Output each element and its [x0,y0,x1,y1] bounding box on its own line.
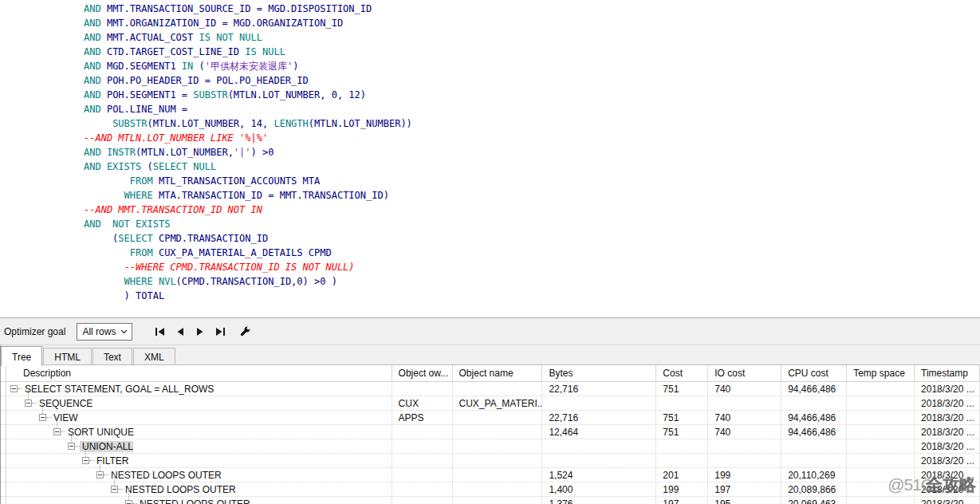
code-line: AND MMT.ORGANIZATION_ID = MGD.ORGANIZATI… [84,16,980,30]
cell-cpu-cost: 20,089,866 [781,482,847,496]
cell-cost [656,439,708,453]
cell-cpu-cost [781,439,847,453]
optimizer-goal-select[interactable]: All rows [77,323,132,341]
code-token [84,175,130,187]
cell-object-name [453,468,543,482]
code-token: AND [84,89,107,100]
cell-bytes [542,454,656,467]
cell-io-cost [708,439,781,453]
table-row[interactable]: NESTED LOOPS OUTER1,52420119920,110,2692… [1,468,980,482]
next-record-icon [195,327,205,337]
column-header-object-name[interactable]: Object name [453,365,543,381]
cell-timestamp: 2018/3/20 ... [915,411,980,424]
tab-tree[interactable]: Tree [1,346,42,366]
plan-step-cell: SORT UNIQUE [1,425,392,439]
code-token: ( [199,61,205,72]
plan-step-label[interactable]: SEQUENCE [37,398,92,409]
code-line: AND MMT.TRANSACTION_SOURCE_ID = MGD.DISP… [84,2,980,16]
table-row[interactable]: NESTED LOOPS OUTER1,37619719520,069,4632… [1,497,980,504]
code-line: ) TOTAL [84,289,980,303]
column-header-object-ow[interactable]: Object ow... [392,365,453,381]
plan-step-label[interactable]: NESTED LOOPS OUTER [123,484,236,495]
collapse-minus-icon[interactable] [82,457,89,464]
cell-cost [656,454,708,467]
collapse-minus-icon[interactable] [39,414,46,421]
tab-xml[interactable]: XML [133,348,175,365]
collapse-minus-icon[interactable] [125,500,132,504]
tree-connector [114,474,115,486]
code-token: (MTLN.LOT_NUMBER, [136,147,234,158]
column-header-temp-space[interactable]: Temp space [847,365,915,381]
tree-connector [85,446,86,457]
plan-step-label[interactable]: NESTED LOOPS OUTER [108,470,222,481]
table-row[interactable]: NESTED LOOPS OUTER1,40019919720,089,8662… [1,482,980,497]
code-line: WHERE MTA.TRANSACTION_ID = MMT.TRANSACTI… [84,188,980,203]
table-row[interactable]: SELECT STATEMENT, GOAL = ALL_ROWS22,7167… [1,382,980,396]
table-row[interactable]: SORT UNIQUE12,46475174094,466,4862018/3/… [1,425,980,439]
cell-object-owner [392,468,453,482]
last-record-button[interactable] [213,325,227,339]
code-token: FROM [130,247,159,258]
column-header-description[interactable]: Description [1,365,392,381]
code-token: AND [84,32,107,43]
column-header-cpu-cost[interactable]: CPU cost [781,365,847,381]
table-row[interactable]: SEQUENCECUXCUX_PA_MATERI...2018/3/20 ... [1,396,980,411]
collapse-minus-icon[interactable] [25,400,32,407]
plan-step-label[interactable]: NESTED LOOPS OUTER [137,498,250,504]
plan-step-cell: NESTED LOOPS OUTER [1,497,392,504]
code-token: AND [84,18,107,29]
column-header-bytes[interactable]: Bytes [542,365,656,381]
code-token: CPMD.TRANSACTION_ID [159,233,268,244]
collapse-minus-icon[interactable] [10,385,18,392]
column-header-timestamp[interactable]: Timestamp [915,365,980,381]
plan-step-label[interactable]: VIEW [51,412,78,423]
cell-temp-space [847,468,915,482]
cell-object-name [453,382,543,396]
plan-step-cell: NESTED LOOPS OUTER [1,482,392,496]
tab-html[interactable]: HTML [43,348,92,365]
cell-io-cost: 740 [708,382,781,396]
code-token: POH.SEGMENT1 = [107,89,193,100]
code-token: MGD.SEGMENT1 [107,61,182,72]
previous-record-button[interactable] [173,325,187,339]
code-token: ( [147,161,152,172]
cell-object-name [453,497,543,504]
code-token: AND [84,104,107,115]
table-row[interactable]: FILTER2018/3/20 ... [1,454,980,468]
cell-bytes: 12,464 [542,425,656,439]
tab-text[interactable]: Text [92,348,132,365]
code-token: IS NOT NULL [199,32,262,43]
collapse-minus-icon[interactable] [111,486,118,493]
cell-cpu-cost [781,454,847,467]
collapse-minus-icon[interactable] [68,443,75,450]
code-line: WHERE NVL(CPMD.TRANSACTION_ID,0) >0 ) [84,274,980,289]
first-record-button[interactable] [153,325,167,339]
cell-object-name: CUX_PA_MATERI... [453,396,543,410]
table-row[interactable]: UNION-ALL2018/3/20 ... [1,439,980,454]
collapse-minus-icon[interactable] [96,471,104,478]
column-header-cost[interactable]: Cost [656,365,708,381]
next-record-button[interactable] [193,325,207,339]
code-line: --WHERE CPMD.TRANSACTION_ID IS NOT NULL) [84,260,980,274]
code-line: --AND MMT.TRANSACTION_ID NOT IN [84,203,980,217]
code-token: (MTLN.LOT_NUMBER, 14, [147,118,274,129]
plan-step-label[interactable]: SELECT STATEMENT, GOAL = ALL_ROWS [22,384,214,395]
code-line: AND POH.PO_HEADER_ID = POL.PO_HEADER_ID [84,73,980,88]
cell-io-cost: 195 [708,497,781,504]
cell-bytes: 22,716 [542,382,656,396]
sql-editor[interactable]: AND MMT.TRANSACTION_SOURCE_ID = MGD.DISP… [0,0,980,317]
code-line: AND MMT.ACTUAL_COST IS NOT NULL [84,30,980,45]
code-token: AND [84,3,107,14]
plan-step-label[interactable]: SORT UNIQUE [65,427,134,438]
code-token: AND [84,61,107,72]
plan-step-label[interactable]: UNION-ALL [80,441,133,452]
plan-settings-button[interactable] [238,325,252,339]
code-token: POL.LINE_NUM = [107,104,187,115]
cell-temp-space [847,454,915,467]
chevron-down-icon [120,329,128,334]
plan-step-cell: UNION-ALL [1,439,392,453]
code-line: AND POL.LINE_NUM = [84,102,980,116]
column-header-io-cost[interactable]: IO cost [708,365,781,381]
collapse-minus-icon[interactable] [53,428,61,435]
table-row[interactable]: VIEWAPPS22,71675174094,466,4862018/3/20 … [1,411,980,425]
